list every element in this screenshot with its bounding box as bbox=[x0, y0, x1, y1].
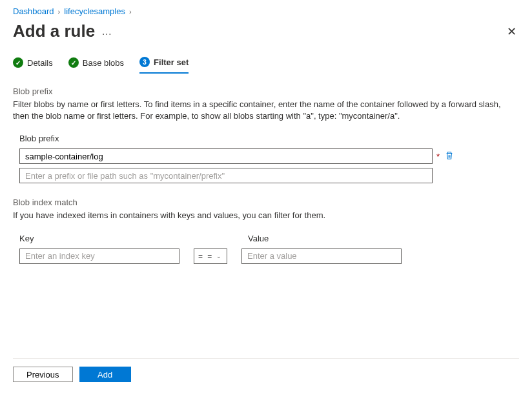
operator-value: = = bbox=[198, 252, 213, 261]
previous-button[interactable]: Previous bbox=[13, 367, 73, 382]
blob-prefix-input[interactable] bbox=[19, 148, 433, 164]
index-key-input[interactable] bbox=[19, 248, 179, 264]
tab-base-blobs[interactable]: ✓ Base blobs bbox=[68, 52, 124, 74]
check-icon: ✓ bbox=[68, 57, 79, 68]
step-number-icon: 3 bbox=[139, 57, 150, 67]
breadcrumb-lifecyclesamples[interactable]: lifecyclesamples bbox=[64, 6, 125, 16]
tab-label: Details bbox=[27, 58, 53, 68]
blob-prefix-input-empty[interactable] bbox=[19, 168, 433, 183]
breadcrumb-dashboard[interactable]: Dashboard bbox=[13, 6, 54, 16]
page-header: Add a rule … ✕ bbox=[0, 19, 532, 52]
chevron-right-icon: › bbox=[128, 8, 133, 15]
page-title: Add a rule bbox=[13, 21, 95, 41]
tab-details[interactable]: ✓ Details bbox=[13, 52, 53, 74]
index-value-input[interactable] bbox=[241, 248, 402, 264]
wizard-footer: Previous Add bbox=[13, 358, 519, 382]
check-icon: ✓ bbox=[13, 57, 23, 68]
wizard-tabs: ✓ Details ✓ Base blobs 3 Filter set bbox=[0, 52, 532, 74]
tab-filter-set[interactable]: 3 Filter set bbox=[139, 52, 189, 74]
tab-label: Base blobs bbox=[83, 58, 124, 68]
blob-index-section-desc: If you have indexed items in containers … bbox=[13, 210, 519, 221]
blob-prefix-section-label: Blob prefix bbox=[13, 86, 519, 96]
value-column-label: Value bbox=[248, 234, 269, 243]
blob-prefix-field-label: Blob prefix bbox=[13, 134, 519, 143]
add-button[interactable]: Add bbox=[79, 367, 131, 382]
chevron-down-icon: ⌄ bbox=[216, 253, 223, 259]
required-indicator: * bbox=[436, 152, 440, 161]
close-icon[interactable]: ✕ bbox=[504, 22, 519, 41]
blob-index-section-label: Blob index match bbox=[13, 198, 519, 207]
breadcrumb: Dashboard › lifecyclesamples › bbox=[0, 0, 532, 19]
more-icon[interactable]: … bbox=[101, 26, 112, 37]
tab-label: Filter set bbox=[154, 57, 189, 67]
operator-select[interactable]: = = ⌄ bbox=[194, 248, 227, 264]
key-column-label: Key bbox=[19, 234, 200, 243]
trash-icon[interactable] bbox=[444, 150, 455, 163]
chevron-right-icon: › bbox=[57, 8, 62, 15]
blob-prefix-section-desc: Filter blobs by name or first letters. T… bbox=[13, 99, 519, 122]
